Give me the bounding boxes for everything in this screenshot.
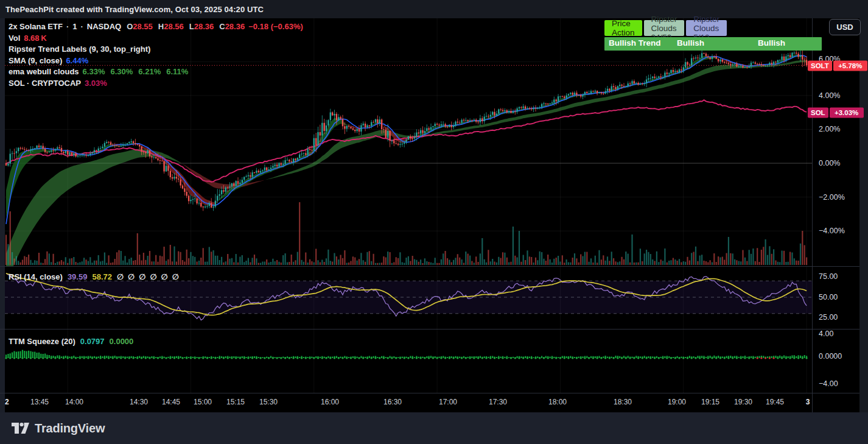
- squeeze-dot: [621, 357, 623, 359]
- squeeze-dot: [502, 357, 503, 359]
- squeeze-dot: [703, 357, 705, 359]
- squeeze-dot: [793, 357, 795, 359]
- squeeze-dot: [21, 357, 23, 359]
- squeeze-dot: [580, 357, 582, 359]
- time-axis-label: 13:45: [30, 398, 49, 406]
- squeeze-dot: [79, 357, 81, 359]
- ema-clouds-label[interactable]: ema webull clouds: [9, 67, 79, 76]
- squeeze-dot: [256, 357, 257, 359]
- price-action-badge: Price Action: [604, 20, 642, 36]
- sol-compare-label[interactable]: SOL · CRYPTOCAP: [9, 79, 81, 88]
- time-axis[interactable]: 213:4514:0014:3014:4515:0015:1515:3016:0…: [0, 393, 859, 413]
- symbol-title[interactable]: 2x Solana ETF: [9, 22, 63, 31]
- clouds-5-12-status: Bullish: [758, 38, 785, 48]
- rsi-value: 39.59: [68, 272, 88, 281]
- squeeze-dot: [75, 357, 77, 359]
- time-axis-label: 14:00: [65, 398, 83, 406]
- squeeze-dot: [559, 357, 561, 359]
- squeeze-dot: [674, 357, 676, 359]
- change-value: −0.18 (−0.63%): [248, 22, 303, 31]
- tradingview-brand[interactable]: TradingView: [11, 421, 105, 435]
- squeeze-dot: [465, 357, 467, 359]
- squeeze-dot: [687, 357, 688, 359]
- squeeze-dot: [625, 357, 627, 359]
- squeeze-dot: [321, 357, 323, 359]
- interval-value[interactable]: 1: [72, 22, 77, 31]
- squeeze-dot: [453, 357, 455, 359]
- squeeze-dot: [18, 357, 19, 359]
- rsi-axis-label: 25.00: [819, 313, 838, 322]
- squeeze-dot: [325, 357, 327, 359]
- squeeze-dot: [116, 357, 118, 359]
- squeeze-dot: [346, 357, 348, 359]
- symbol-row[interactable]: 2x Solana ETF · 1 · NASDAQ O28.55H28.56L…: [9, 22, 303, 33]
- squeeze-dot: [71, 357, 72, 359]
- sma-label[interactable]: SMA (9, close): [9, 56, 62, 65]
- squeeze-dot: [366, 357, 368, 359]
- squeeze-dot: [354, 357, 356, 359]
- ema-clouds-values: 6.33%6.30%6.21%6.11%: [83, 67, 189, 76]
- volume-label[interactable]: Vol: [9, 33, 20, 43]
- squeeze-dot: [169, 357, 171, 359]
- sol-price-tag-symbol: SOL: [808, 108, 828, 118]
- volume-row[interactable]: Vol 8.68 K: [9, 33, 303, 45]
- attribution-text: ThePeachPit created with TradingView.com…: [5, 5, 264, 14]
- squeeze-dot: [153, 357, 155, 359]
- squeeze-dot: [83, 357, 85, 359]
- time-axis-label: 15:15: [226, 398, 245, 406]
- squeeze-dot: [34, 357, 36, 359]
- squeeze-dot: [506, 357, 508, 359]
- currency-button[interactable]: USD: [829, 19, 861, 35]
- ripster-trend-row[interactable]: Ripster Trend Labels (9, 30, top_right): [9, 44, 303, 56]
- squeeze-dot: [211, 357, 212, 359]
- squeeze-dot: [724, 357, 726, 359]
- squeeze-dot: [572, 357, 573, 359]
- sol-compare-row[interactable]: SOL · CRYPTOCAP 3.03%: [9, 79, 303, 90]
- squeeze-dot: [416, 357, 418, 359]
- squeeze-dot: [289, 357, 290, 359]
- rsi-label[interactable]: RSI (14, close): [9, 272, 63, 281]
- clouds-34-50-status: Bullish: [677, 38, 704, 48]
- time-axis-label: 19:15: [701, 398, 719, 406]
- squeeze-dot: [539, 357, 541, 359]
- squeeze-dot: [38, 357, 40, 359]
- squeeze-dot: [264, 357, 265, 359]
- rsi-legend: RSI (14, close) 39.59 58.72 ∅∅∅∅∅∅: [9, 272, 179, 281]
- squeeze-dot: [112, 357, 114, 359]
- ohlc-values: O28.55H28.56L28.36C28.36: [127, 22, 245, 31]
- squeeze-dot: [334, 357, 335, 359]
- pane-separator[interactable]: [0, 329, 859, 329]
- time-axis-label: 16:00: [321, 398, 339, 406]
- time-axis-label: 14:30: [130, 398, 148, 406]
- pane-separator[interactable]: [0, 266, 859, 267]
- ttm-label[interactable]: TTM Squeeze (20): [9, 337, 75, 346]
- squeeze-dot: [740, 357, 742, 359]
- squeeze-dot: [440, 357, 442, 359]
- sma-row[interactable]: SMA (9, close) 6.44%: [9, 56, 303, 68]
- squeeze-dot: [190, 357, 192, 359]
- ema-clouds-row[interactable]: ema webull clouds 6.33%6.30%6.21%6.11%: [9, 67, 303, 79]
- squeeze-dot: [736, 357, 738, 359]
- price-axis-label: −4.00%: [819, 227, 845, 235]
- squeeze-dot: [219, 357, 220, 359]
- time-axis-label: 18:00: [548, 398, 567, 406]
- squeeze-dot: [63, 357, 65, 359]
- squeeze-dot: [120, 357, 122, 359]
- price-axis[interactable]: 6.00%4.00%2.00%0.00%−2.00%−4.00%75.0050.…: [812, 18, 860, 412]
- squeeze-dot: [309, 357, 311, 359]
- volume-value: 8.68 K: [24, 33, 46, 43]
- squeeze-dot: [46, 357, 48, 359]
- time-axis-label: 17:30: [489, 398, 507, 406]
- squeeze-dot: [662, 357, 663, 359]
- price-action-badge-label: Price Action: [612, 19, 635, 37]
- squeeze-dot: [67, 357, 69, 359]
- tradingview-wordmark: TradingView: [35, 421, 105, 435]
- squeeze-dot: [494, 357, 495, 359]
- ripster-trend-label[interactable]: Ripster Trend Labels (9, 30, top_right): [9, 44, 150, 54]
- squeeze-dot: [181, 357, 183, 359]
- squeeze-dot: [296, 357, 298, 359]
- sol-compare-value: 3.03%: [85, 79, 107, 88]
- squeeze-dot: [157, 357, 159, 359]
- ema-cloud-value: 6.30%: [110, 67, 133, 76]
- squeeze-dot: [58, 357, 60, 359]
